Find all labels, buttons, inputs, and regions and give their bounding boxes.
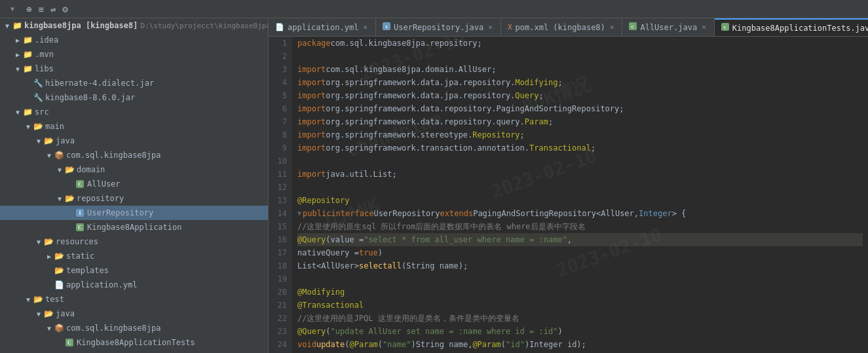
tree-item-2[interactable]: ▶📁.mvn [0, 47, 268, 62]
line-num-20: 20 [271, 286, 287, 299]
tree-item-21[interactable]: ▼📦com.sql.kingbase8jpa [0, 321, 268, 335]
tree-item-20[interactable]: ▼📂java [0, 307, 268, 321]
settings-icon[interactable]: ⚙ [61, 3, 69, 16]
tree-item-1[interactable]: ▶📁.idea [0, 33, 268, 47]
token: ; [538, 89, 543, 102]
token: ( [326, 325, 330, 338]
token: > [354, 259, 359, 272]
list-icon[interactable]: ≡ [37, 3, 45, 16]
tab-2[interactable]: Xpom.xml (kingbase8)× [501, 18, 623, 36]
tree-item-4[interactable]: 🔧hibernate-4.dialect.jar [0, 76, 268, 90]
tree-label-20: java [56, 309, 75, 318]
tree-item-12[interactable]: ▼📂repository [0, 191, 268, 206]
tree-icon-folder-16: 📂 [54, 251, 64, 261]
tree-arrow-12: ▼ [55, 194, 64, 203]
token: (String name); [402, 259, 468, 272]
tab-0[interactable]: 📄application.yml× [269, 18, 376, 36]
token: ; [392, 168, 397, 181]
tree-icon-folder-0: 📁 [12, 20, 22, 31]
tab-close-1[interactable]: × [487, 22, 494, 32]
tree-item-8[interactable]: ▼📂java [0, 134, 268, 148]
tree-icon-class-11: C [75, 179, 85, 189]
tree-label-8: java [56, 136, 75, 145]
tree-item-6[interactable]: ▼📁src [0, 105, 268, 119]
tree-item-15[interactable]: ▼📂resources [0, 234, 268, 249]
tab-close-0[interactable]: × [362, 22, 369, 32]
code-line-24: void update(@Param("name")String name,@P… [297, 338, 863, 351]
tab-1[interactable]: IUserRepository.java× [376, 18, 501, 36]
svg-text:C: C [632, 24, 635, 29]
tree-icon-folder-7: 📂 [33, 121, 43, 132]
tree-item-5[interactable]: 🔧kingbase8-8.6.0.jar [0, 90, 268, 105]
tree-arrow-20: ▼ [34, 309, 43, 318]
code-line-19 [297, 272, 863, 286]
code-line-1: package com.sql.kingbase8jpa.repository; [297, 37, 863, 50]
tab-close-3[interactable]: × [700, 22, 708, 32]
token: Param [525, 115, 548, 128]
token: , [634, 207, 639, 220]
token: "name" [383, 338, 411, 351]
token: ) [378, 246, 383, 259]
tree-label-9: com.sql.kingbase8jpa [66, 151, 161, 160]
token: 这里使用的是JPQL 这里使用的是类名，条件是类中的变量名 [307, 312, 519, 325]
token: import [297, 102, 326, 115]
tree-item-0[interactable]: ▼📁kingbase8jpa [kingbase8] D:\study\proj… [0, 18, 268, 33]
fold-icon-14[interactable]: ▼ [297, 207, 301, 220]
tab-label-1: UserRepository.java [394, 23, 483, 32]
token: ; [557, 76, 562, 89]
tree-arrow-14 [66, 223, 75, 232]
code-line-17: nativeQuery = true) [297, 246, 863, 259]
token: @Query [297, 233, 326, 246]
tree-icon-package-9: 📦 [54, 150, 64, 160]
tree-icon-folder-6: 📁 [22, 107, 33, 117]
tree-icon-folder-1: 📁 [22, 35, 33, 45]
tree-label-4: hibernate-4.dialect.jar [45, 79, 154, 88]
code-area[interactable]: 2023-02-10 BOK情况 chendbiam 2023-02-10 DJ… [292, 37, 868, 353]
tree-item-11[interactable]: CAllUser [0, 177, 268, 191]
toolbar-dropdown-arrow[interactable]: ▼ [10, 5, 14, 12]
tree-icon-jar-4: 🔧 [33, 78, 43, 88]
token: org.springframework.data.repository.quer… [326, 115, 524, 128]
tab-4[interactable]: CKingbase8ApplicationTests.java× [715, 18, 868, 36]
token: > { [672, 207, 687, 220]
tree-item-22[interactable]: CKingbase8ApplicationTests [0, 335, 268, 350]
tree-item-9[interactable]: ▼📦com.sql.kingbase8jpa [0, 148, 268, 162]
code-line-13: @Repository [297, 194, 863, 207]
tab-label-3: AllUser.java [640, 23, 697, 32]
tree-item-7[interactable]: ▼📂main [0, 119, 268, 134]
tree-item-23[interactable]: ▶📁target [0, 350, 268, 353]
line-num-24: 24 [271, 338, 287, 351]
tree-label-17: templates [66, 266, 109, 275]
token: ( [501, 338, 506, 351]
code-editor[interactable]: 123456789101112131415161718192021222324 … [269, 37, 868, 353]
svg-text:C: C [67, 340, 71, 346]
add-icon[interactable]: ⊕ [25, 3, 33, 16]
tree-item-14[interactable]: CKingbase8Application [0, 220, 268, 234]
line-num-18: 18 [271, 259, 287, 272]
svg-text:C: C [78, 181, 82, 187]
tab-3[interactable]: CAllUser.java× [622, 18, 714, 36]
token: @Query [297, 325, 326, 338]
token: ; [478, 37, 482, 50]
token: , [567, 233, 572, 246]
tree-item-17[interactable]: 📂templates [0, 263, 268, 278]
token: import [297, 141, 326, 155]
tree-arrow-8: ▼ [34, 136, 43, 145]
token: @Param [350, 338, 378, 351]
sync-icon[interactable]: ⇌ [49, 3, 57, 16]
token: package [297, 37, 331, 50]
token: import [297, 63, 326, 76]
tab-close-2[interactable]: × [609, 22, 616, 32]
tree-item-3[interactable]: ▼📁libs [0, 62, 268, 76]
code-line-21: @Transactional [297, 299, 863, 312]
tree-item-19[interactable]: ▼📂test [0, 292, 268, 307]
tree-icon-folder-3: 📁 [22, 64, 33, 74]
code-line-8: import org.springframework.stereotype.Re… [297, 128, 863, 141]
tree-item-18[interactable]: 📄application.yml [0, 278, 268, 292]
token: true [359, 246, 378, 259]
line-num-14: 14 [271, 207, 287, 220]
token: com.sql.kingbase8jpa.domain.AllUser [326, 63, 491, 76]
tree-item-16[interactable]: ▶📂static [0, 249, 268, 263]
tree-item-10[interactable]: ▼📂domain [0, 162, 268, 177]
tree-item-13[interactable]: IUserRepository [0, 206, 268, 220]
